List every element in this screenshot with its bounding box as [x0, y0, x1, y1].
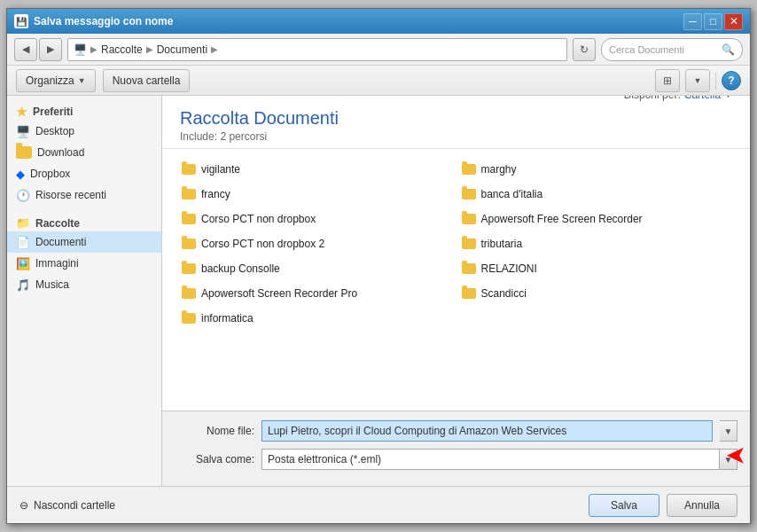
file-item-apowersoft-free[interactable]: Apowersoft Free Screen Recorder [457, 207, 737, 231]
collections-section-header: 📁 Raccolte [7, 211, 161, 231]
folder-icon [462, 164, 476, 175]
save-dialog-window: 💾 Salva messaggio con nome ─ □ ✕ ◀ ▶ 🖥️ … [6, 8, 751, 524]
documents-label: Documenti [35, 236, 86, 248]
search-box[interactable]: Cerca Documenti 🔍 [601, 38, 743, 61]
folder-icon [462, 263, 476, 274]
dropbox-label: Dropbox [30, 168, 70, 180]
file-item-informatica[interactable]: informatica [176, 307, 457, 330]
folder-icon [182, 263, 196, 274]
disponi-label: Disponi per: [624, 96, 681, 101]
nav-buttons: ◀ ▶ [14, 38, 62, 61]
file-item-corso-pct[interactable]: Corso PCT non dropbox [176, 207, 457, 231]
desktop-icon: 🖥️ [16, 125, 30, 138]
file-grid: vigilante marghy francy banca d'italia C… [162, 149, 750, 411]
address-path[interactable]: 🖥️ ▶ Raccolte ▶ Documenti ▶ [67, 38, 567, 61]
music-icon: 🎵 [16, 278, 30, 292]
disponi-value-link[interactable]: Cartella [684, 96, 721, 101]
file-item-apowersoft-pro[interactable]: Apowersoft Screen Recorder Pro [176, 282, 457, 305]
hide-folders-button[interactable]: ⊖ Nascondi cartelle [20, 499, 115, 512]
window-icon: 💾 [14, 14, 28, 28]
file-item-vigilante[interactable]: vigilante [176, 158, 457, 181]
disponi-chevron-icon: ▼ [724, 96, 732, 99]
file-item-marghy[interactable]: marghy [457, 158, 737, 181]
file-item-banca-italia[interactable]: banca d'italia [457, 183, 737, 206]
path-part-2: Documenti [157, 43, 207, 56]
path-root-icon: 🖥️ [74, 43, 87, 56]
folder-icon [182, 239, 196, 249]
save-button[interactable]: Salva [589, 494, 659, 517]
panel-subtitle: Include: 2 percorsi [180, 130, 732, 143]
folder-icon [182, 189, 196, 200]
main-content: ★ Preferiti 🖥️ Desktop Download ◆ Dropbo… [7, 96, 750, 486]
path-part-1: Raccolte [101, 43, 143, 56]
help-button[interactable]: ? [722, 71, 741, 90]
minimize-button[interactable]: ─ [683, 13, 702, 30]
music-label: Musica [35, 278, 69, 291]
saveas-container: Posta elettronica (*.eml) ▼ ➤ [261, 449, 737, 470]
organize-chevron-icon: ▼ [78, 76, 86, 85]
sidebar-item-download[interactable]: Download [7, 142, 161, 163]
cancel-button[interactable]: Annulla [667, 494, 737, 517]
new-folder-label: Nuova cartella [113, 74, 181, 87]
refresh-button[interactable]: ↻ [573, 38, 596, 61]
folder-icon [182, 164, 196, 175]
panel-header-right: Disponi per: Cartella ▼ [624, 96, 732, 101]
collections-label: Raccolte [35, 217, 80, 230]
search-icon: 🔍 [722, 43, 735, 56]
grid-view-icon: ⊞ [663, 74, 672, 87]
back-button[interactable]: ◀ [14, 38, 37, 61]
star-icon: ★ [16, 105, 27, 119]
sidebar-item-desktop[interactable]: 🖥️ Desktop [7, 121, 161, 142]
close-button[interactable]: ✕ [724, 13, 743, 30]
saveas-label: Salva come: [175, 453, 254, 466]
maximize-button[interactable]: □ [704, 13, 722, 30]
view-chevron-button[interactable]: ▼ [685, 69, 710, 92]
organize-label: Organizza [26, 74, 74, 87]
file-item-corso-pct-2[interactable]: Corso PCT non dropbox 2 [176, 232, 457, 255]
filename-row: Nome file: ▼ [175, 420, 737, 442]
sidebar-item-recent[interactable]: 🕐 Risorse recenti [7, 184, 161, 206]
images-icon: 🖼️ [16, 257, 30, 270]
panel-header: Disponi per: Cartella ▼ Raccolta Documen… [162, 96, 750, 149]
toolbar: Organizza ▼ Nuova cartella ⊞ ▼ ? [7, 66, 750, 96]
file-item-tributaria[interactable]: tributaria [457, 232, 737, 255]
desktop-label: Desktop [35, 125, 74, 137]
folder-icon [462, 239, 476, 249]
forward-button[interactable]: ▶ [39, 38, 62, 61]
file-item-scandicci[interactable]: Scandicci [457, 282, 737, 305]
sidebar-item-dropbox[interactable]: ◆ Dropbox [7, 163, 161, 184]
footer: ⊖ Nascondi cartelle Salva Annulla [7, 486, 750, 523]
recent-icon: 🕐 [16, 189, 30, 202]
recent-label: Risorse recenti [35, 189, 106, 201]
toolbar-right: ⊞ ▼ ? [655, 69, 741, 92]
title-bar: 💾 Salva messaggio con nome ─ □ ✕ [7, 9, 750, 34]
main-panel: Disponi per: Cartella ▼ Raccolta Documen… [162, 96, 750, 486]
sidebar: ★ Preferiti 🖥️ Desktop Download ◆ Dropbo… [7, 96, 162, 486]
file-item-relazioni[interactable]: RELAZIONI [457, 257, 737, 280]
hide-folders-icon: ⊖ [20, 499, 28, 512]
filename-dropdown-button[interactable]: ▼ [720, 420, 737, 442]
sidebar-item-music[interactable]: 🎵 Musica [7, 274, 161, 295]
images-label: Immagini [35, 257, 79, 270]
filename-input[interactable] [261, 420, 713, 442]
address-bar: ◀ ▶ 🖥️ ▶ Raccolte ▶ Documenti ▶ ↻ Cerca … [7, 34, 750, 66]
new-folder-button[interactable]: Nuova cartella [103, 69, 191, 92]
folder-icon [462, 214, 476, 224]
folder-icon [182, 313, 196, 324]
search-placeholder: Cerca Documenti [609, 44, 718, 55]
file-item-backup[interactable]: backup Consolle [176, 257, 457, 280]
saveas-row: Salva come: Posta elettronica (*.eml) ▼ … [175, 449, 737, 470]
view-options-button[interactable]: ⊞ [655, 69, 680, 92]
bottom-form: Nome file: ▼ Salva come: Posta elettroni… [162, 411, 750, 486]
organize-button[interactable]: Organizza ▼ [16, 69, 96, 92]
saveas-dropdown-button[interactable]: ▼ [720, 449, 737, 470]
file-item-francy[interactable]: francy [176, 183, 457, 206]
window-controls: ─ □ ✕ [683, 13, 743, 30]
saveas-select[interactable]: Posta elettronica (*.eml) [261, 449, 720, 470]
folder-icon [462, 189, 476, 200]
footer-buttons: Salva Annulla [589, 494, 737, 517]
documents-icon: 📄 [16, 236, 30, 249]
sidebar-item-documents[interactable]: 📄 Documenti [7, 231, 161, 253]
sidebar-item-images[interactable]: 🖼️ Immagini [7, 253, 161, 274]
collections-icon: 📁 [16, 216, 30, 230]
